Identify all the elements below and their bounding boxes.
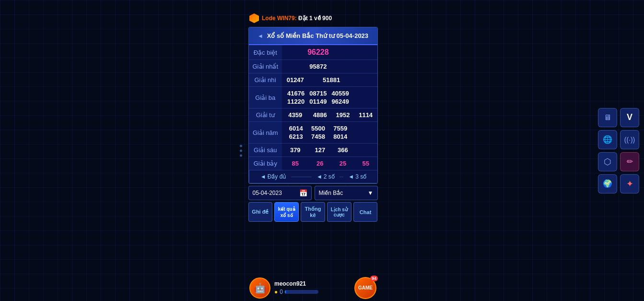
nav-three-digit-btn[interactable]: ◄ 3 số (348, 173, 366, 180)
giai-tu-row: Giải tư 4359 4886 1952 1114 (249, 108, 377, 122)
giai-ba-row-2: 11220 01149 96249 (286, 98, 351, 105)
thong-ke-button[interactable]: Thống kê (301, 202, 325, 222)
ket-qua-button[interactable]: kết quả xổ số (274, 202, 299, 222)
lottery-container: Lode WIN79: Đặt 1 về 900 ◄ Xổ số Miền Bắ… (245, 0, 381, 301)
nav-two-digit-btn[interactable]: ◄ 2 số (316, 173, 335, 180)
game-button[interactable]: GAME 94 (354, 277, 376, 299)
coin-value: 0 (280, 289, 283, 295)
giai-tu-v2: 1952 (331, 108, 354, 122)
ghi-de-button[interactable]: Ghi đề (248, 202, 273, 222)
dropdown-arrow-icon: ▼ (368, 190, 374, 196)
giai-bay-v1: 26 (308, 157, 331, 170)
sparkle-icon-btn[interactable]: ✦ (620, 174, 639, 193)
date-value: 05-04-2023 (253, 190, 282, 196)
layers-icon: ⬡ (604, 157, 611, 167)
wifi-icon: ((·)) (624, 136, 635, 144)
earth-icon: 🌍 (603, 179, 612, 188)
ket-qua-line1: kết quả (277, 206, 296, 212)
region-value: Miền Bắc (319, 190, 343, 196)
giai-nam-v5: 8014 (333, 133, 347, 140)
lottery-table: Đặc biệt 96228 Giải nhất 95872 Giải nhì … (249, 45, 377, 170)
user-info: 🤖 meocon921 ● 0 (249, 277, 318, 299)
giai-nam-values: 6014 5500 7559 6213 7458 8014 (282, 122, 354, 144)
giai-sau-v2: 366 (331, 144, 354, 157)
v-icon-btn[interactable]: V (620, 108, 639, 127)
left-decoration (240, 144, 242, 157)
nav-full-label: Đầy đủ (268, 173, 287, 180)
giai-ba-label: Giải ba (249, 87, 282, 108)
ticker-bar: Lode WIN79: Đặt 1 về 900 (245, 10, 381, 27)
giai-bay-row: Giải bảy 85 26 25 55 (249, 157, 377, 170)
user-avatar: 🤖 (249, 277, 270, 299)
wifi-icon-btn[interactable]: ((·)) (620, 130, 639, 149)
giai-ba-v2: 40559 (332, 90, 349, 97)
giai-nhat-row: Giải nhất 95872 (249, 60, 377, 73)
chat-button[interactable]: Chat (353, 202, 378, 222)
v-icon: V (627, 112, 632, 122)
date-picker[interactable]: 05-04-2023 📅 (248, 186, 312, 200)
nav-two-digit-arrow: ◄ (316, 173, 322, 180)
right-sidebar: 🖥 V 🌐 ((·)) ⬡ ✏ 🌍 ✦ (598, 108, 639, 193)
giai-ba-v5: 96249 (332, 98, 349, 105)
nav-sep-1: ───── (291, 173, 312, 180)
user-name: meocon921 (274, 280, 318, 287)
giai-nam-row: Giải năm 6014 5500 7559 6213 7458 8014 (249, 122, 377, 144)
giai-nam-label: Giải năm (249, 122, 282, 144)
nav-two-digit-label: 2 số (324, 173, 335, 180)
giai-bay-v3: 55 (354, 157, 377, 170)
user-coins: ● 0 (274, 289, 318, 295)
game-badge: 94 (370, 276, 378, 281)
layers-icon-btn[interactable]: ⬡ (598, 152, 617, 171)
giai-ba-values: 41676 08715 40559 11220 01149 96249 (282, 87, 354, 108)
action-buttons: Ghi đề kết quả xổ số Thống kê Lịch sử cư… (248, 202, 378, 222)
giai-nhi-row: Giải nhì 01247 51881 (249, 73, 377, 87)
giai-bay-label: Giải bảy (249, 157, 282, 170)
selector-row: 05-04-2023 📅 Miền Bắc ▼ (248, 186, 378, 200)
user-bar: 🤖 meocon921 ● 0 GAME 94 (245, 275, 381, 301)
giai-ba-multi: 41676 08715 40559 11220 01149 96249 (286, 90, 351, 105)
giai-tu-v1: 4886 (308, 108, 331, 122)
coin-bar (285, 290, 318, 294)
pen-icon: ✏ (627, 157, 633, 166)
nav-three-digit-arrow: ◄ (348, 173, 354, 180)
ticker-prefix: Lode WIN79: (262, 15, 297, 22)
giai-sau-v1: 127 (308, 144, 331, 157)
globe-icon: 🌐 (603, 135, 612, 144)
giai-nam-v0: 6014 (289, 125, 303, 132)
monitor-icon-btn[interactable]: 🖥 (598, 108, 617, 127)
avatar-emoji: 🤖 (254, 282, 266, 294)
dac-biet-value: 96228 (282, 45, 354, 60)
nav-full-btn[interactable]: ◄ Đầy đủ (260, 173, 287, 180)
ticker-icon (249, 13, 259, 23)
giai-nam-row-1: 6014 5500 7559 (286, 125, 351, 132)
ket-qua-inner: kết quả xổ số (277, 206, 296, 218)
giai-nam-multi: 6014 5500 7559 6213 7458 8014 (286, 125, 351, 140)
panel-header: ◄ Xổ số Miền Bắc Thứ tư 05-04-2023 (249, 27, 377, 45)
sparkle-icon: ✦ (626, 179, 633, 189)
monitor-icon: 🖥 (604, 113, 611, 122)
earth-icon-btn[interactable]: 🌍 (598, 174, 617, 193)
nav-sep-2: ─ (340, 173, 344, 180)
giai-nam-v2: 7559 (333, 125, 347, 132)
giai-nhi-label: Giải nhì (249, 73, 282, 87)
giai-sau-label: Giải sáu (249, 144, 282, 157)
panel-title: Xổ số Miền Bắc Thứ tư 05-04-2023 (267, 32, 368, 39)
giai-nhi-value-1: 01247 (282, 73, 308, 87)
ket-qua-line2: xổ số (277, 212, 296, 218)
giai-nam-v4: 7458 (311, 133, 325, 140)
giai-ba-v4: 01149 (309, 98, 327, 105)
ticker-text: Lode WIN79: Đặt 1 về 900 (262, 15, 332, 22)
calendar-icon: 📅 (299, 189, 307, 197)
globe-icon-btn[interactable]: 🌐 (598, 130, 617, 149)
pen-icon-btn[interactable]: ✏ (620, 152, 639, 171)
dac-biet-label: Đặc biệt (249, 45, 282, 60)
panel-left-arrow[interactable]: ◄ (258, 33, 263, 39)
coin-icon: ● (274, 289, 278, 295)
giai-ba-v0: 41676 (287, 90, 304, 97)
giai-nam-v3: 6213 (289, 133, 303, 140)
lich-su-button[interactable]: Lịch sử cược (327, 202, 351, 222)
lottery-panel: ◄ Xổ số Miền Bắc Thứ tư 05-04-2023 Đặc b… (248, 27, 378, 184)
region-selector[interactable]: Miền Bắc ▼ (315, 186, 378, 200)
nav-three-digit-label: 3 số (355, 173, 366, 180)
giai-bay-v0: 85 (282, 157, 308, 170)
